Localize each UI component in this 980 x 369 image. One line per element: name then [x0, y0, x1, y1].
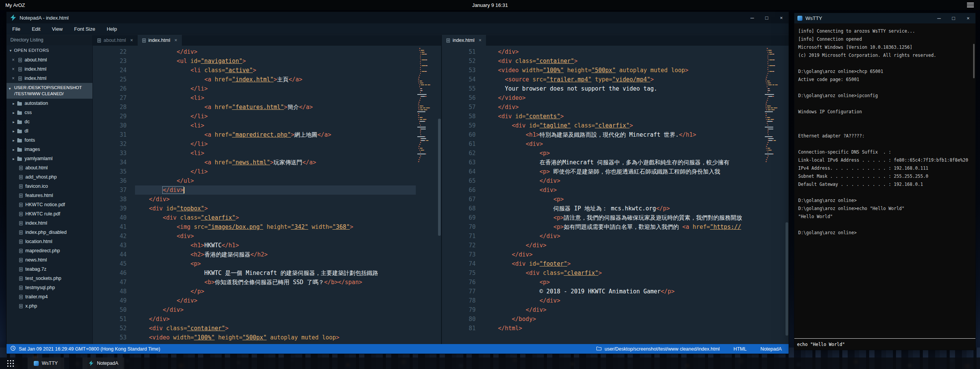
code-line[interactable]: </video>	[484, 93, 763, 103]
code-line[interactable]: <p>請注意，我們的伺服器為確保玩家及遊玩時的質素，我們對的服務開放	[484, 213, 763, 222]
tree-folder-css[interactable]: ▸css	[7, 108, 92, 117]
code-line[interactable]: <div id="footer">	[484, 259, 763, 268]
code-line[interactable]: </div>	[135, 314, 416, 324]
minimap[interactable]	[417, 48, 437, 163]
menu-item-font-size[interactable]: Font Size	[68, 23, 101, 35]
code-line[interactable]: </div>	[135, 195, 416, 204]
tab-index.html[interactable]: index.html×	[442, 35, 486, 46]
code-line[interactable]: <p>	[135, 259, 416, 268]
code-line[interactable]: <ul id="navigation">	[135, 56, 416, 66]
close-icon[interactable]: ×	[12, 57, 16, 63]
code-line[interactable]: </div>	[484, 176, 763, 185]
menu-item-file[interactable]: File	[7, 23, 26, 35]
code-line[interactable]: <li>	[135, 149, 416, 158]
code-line[interactable]: <p>	[484, 195, 763, 204]
tree-folder-fonts[interactable]: ▸fonts	[7, 136, 92, 145]
tree-file-location.html[interactable]: location.html	[7, 237, 92, 246]
tab-index.html[interactable]: index.html×	[138, 35, 182, 46]
tree-file-about.html[interactable]: about.html	[7, 163, 92, 172]
open-editor-item[interactable]: ×about.html	[7, 55, 92, 65]
tree-file-index.php-disabled[interactable]: index.php_disabled	[7, 228, 92, 237]
wstty-titlebar[interactable]: WsTTY ─ □ ×	[794, 13, 975, 23]
tree-file-testmysql.php[interactable]: testmysql.php	[7, 283, 92, 292]
code-line[interactable]: Your browser does not support the video …	[484, 84, 763, 93]
terminal-input[interactable]: echo "Hello World"	[794, 338, 975, 350]
tree-root-folder[interactable]: ▾USER:/DESKTOP/SCREENSHOT/TEST/WWW CLEAN…	[7, 83, 92, 99]
code-line[interactable]: <li>	[135, 121, 416, 130]
code-line[interactable]: <div class="container">	[135, 324, 416, 333]
code-line[interactable]: </div>	[135, 305, 416, 314]
code-line[interactable]: <h1>HKWTC</h1>	[135, 241, 416, 250]
tree-file-news.html[interactable]: news.html	[7, 255, 92, 265]
tree-file-trailer.mp4[interactable]: trailer.mp4	[7, 292, 92, 301]
code-line[interactable]: 伺服器 IP 地址為： mcs.hkwtc.org</p>	[484, 204, 763, 213]
code-line[interactable]: </li>	[135, 84, 416, 93]
code-line[interactable]: <div id="topbox">	[135, 204, 416, 213]
code-line[interactable]: <a href="index.html">主頁</a>	[135, 75, 416, 84]
tree-file-test-sockets.php[interactable]: test_sockets.php	[7, 274, 92, 283]
code-lines[interactable]: </div> <div class="container"> <video wi…	[484, 47, 763, 333]
close-icon[interactable]: ×	[12, 76, 16, 81]
code-line[interactable]: <li>	[135, 93, 416, 103]
code-line[interactable]: <p>	[484, 278, 763, 287]
line-number-gutter[interactable]: 5152535455565758596061626364656667686970…	[442, 47, 484, 333]
code-line[interactable]: <h2>香港的建築伺服器</h2>	[135, 250, 416, 259]
code-line[interactable]: </div>	[484, 250, 763, 259]
close-icon[interactable]: ×	[479, 38, 481, 43]
code-line[interactable]: <div id="tagline" class="clearfix">	[484, 121, 763, 130]
tree-folder-autostation[interactable]: ▸autostation	[7, 99, 92, 108]
maximize-button[interactable]: □	[759, 12, 774, 23]
taskbar-item-wstty[interactable]: WsTTY	[28, 357, 64, 369]
tree-file-x.php[interactable]: x.php	[7, 301, 92, 311]
code-line[interactable]: <div>	[484, 139, 763, 149]
scrollbar-thumb[interactable]	[786, 222, 788, 336]
code-line[interactable]: <img src="images/box.png" height="342" w…	[135, 222, 416, 232]
code-line[interactable]: </html>	[484, 324, 763, 333]
hamburger-menu-icon[interactable]	[967, 5, 974, 5]
code-line[interactable]: </div>	[484, 305, 763, 314]
code-line[interactable]: <b>你知道我們全條伺服器已轉用 SSD 了嗎？</b></span>	[135, 278, 416, 287]
line-number-gutter[interactable]: 2223242526272829303132333435363738394041…	[93, 47, 135, 342]
tree-folder-yamlyamlaml[interactable]: ▸yamlyamlaml	[7, 154, 92, 163]
code-line[interactable]: </li>	[135, 139, 416, 149]
code-line[interactable]: <video width="100%" height="500px" autop…	[135, 333, 416, 342]
code-line[interactable]: </li>	[135, 112, 416, 121]
minimize-button[interactable]: ─	[745, 12, 759, 23]
tree-folder-dl[interactable]: ▸dl	[7, 126, 92, 136]
open-editors-section[interactable]: ▾OPEN EDITORS	[7, 45, 92, 55]
maximize-button[interactable]: □	[946, 13, 961, 24]
menu-item-help[interactable]: Help	[101, 23, 123, 35]
code-line[interactable]: <a href="mapredirect.php">網上地圖</a>	[135, 130, 416, 139]
tree-file-add-vhost.php[interactable]: add_vhost.php	[7, 172, 92, 182]
code-line[interactable]: <a href="features.html">簡介</a>	[135, 103, 416, 112]
tree-file-teabag.7z[interactable]: teabag.7z	[7, 265, 92, 274]
minimap[interactable]	[765, 48, 785, 163]
tree-file-index.html[interactable]: index.html	[7, 218, 92, 228]
app-launcher-button[interactable]	[4, 357, 17, 369]
code-line[interactable]: 在香港的Minecraft 伺服器中，多為小遊戲和純生存的伺服器，較少擁有	[484, 158, 763, 167]
code-line[interactable]: </div>	[135, 296, 416, 305]
scrollbar-thumb[interactable]	[438, 119, 441, 236]
code-line[interactable]: <div class="clearfix">	[135, 213, 416, 222]
tree-folder-images[interactable]: ▸images	[7, 145, 92, 154]
code-line[interactable]: <p>如有問題或需要申請白名單，歡迎加入我們的 <a href="https:/…	[484, 222, 763, 232]
code-line[interactable]: </div>	[135, 185, 416, 195]
close-icon[interactable]: ×	[130, 38, 133, 43]
tree-file-HKWTC-rule.pdf[interactable]: HKWTC rule.pdf	[7, 209, 92, 218]
tree-file-HKWTC-notice.pdf[interactable]: HKWTC notice.pdf	[7, 200, 92, 209]
code-editor-left[interactable]: 2223242526272829303132333435363738394041…	[93, 46, 441, 344]
code-line[interactable]: </div>	[484, 296, 763, 305]
close-button[interactable]: ×	[961, 13, 975, 24]
code-line[interactable]: <div class="clearfix">	[484, 268, 763, 278]
open-editor-item[interactable]: ×index.html	[7, 74, 92, 83]
taskbar-item-notepada[interactable]: NotepadA	[82, 357, 125, 369]
code-line[interactable]: © 2018 - 2019 HKWTC Animation Gamer</p>	[484, 287, 763, 296]
code-line[interactable]: <div id="contents">	[484, 112, 763, 121]
code-line[interactable]: <a href="news.html">玩家傳送門</a>	[135, 158, 416, 167]
tree-file-mapredirect.php[interactable]: mapredirect.php	[7, 246, 92, 255]
close-icon[interactable]: ×	[175, 38, 177, 43]
code-line[interactable]: </li>	[135, 167, 416, 176]
code-line[interactable]: </div>	[484, 232, 763, 241]
code-line[interactable]: </div>	[484, 47, 763, 56]
code-line[interactable]: </div>	[484, 103, 763, 112]
